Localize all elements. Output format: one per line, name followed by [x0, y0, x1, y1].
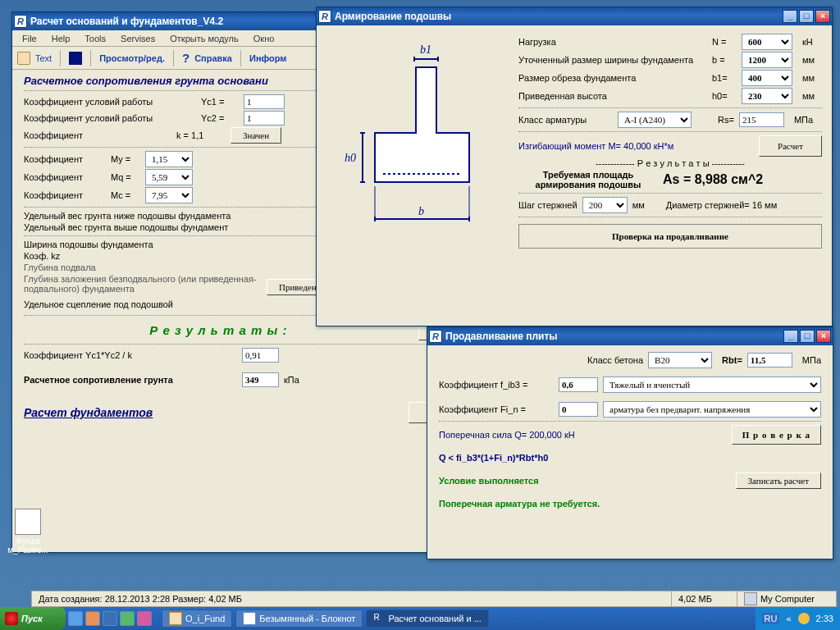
foundation-calc-link[interactable]: Расчет фундаментов	[24, 406, 153, 419]
R-label: Расчетное сопротивление грунта	[24, 375, 237, 385]
b-input[interactable]: 1200	[742, 52, 792, 68]
rs-input[interactable]	[739, 112, 784, 127]
task-calc[interactable]: RРасчет оснований и ...	[366, 609, 488, 628]
arm-title: Армирование подошвы	[335, 11, 781, 22]
mc-sym: Mc =	[111, 190, 140, 200]
task-notepad[interactable]: Безымянный - Блокнот	[235, 609, 363, 628]
text-link[interactable]: Text	[35, 53, 52, 63]
k-sym: k = 1,1	[176, 130, 226, 140]
maximize-button[interactable]: □	[799, 10, 814, 23]
status-mycomputer: My Computer	[760, 594, 815, 604]
fin-input[interactable]	[559, 402, 598, 417]
k-values-button[interactable]: Значен	[231, 127, 281, 144]
yc1-input[interactable]	[244, 94, 285, 109]
start-label: Пуск	[21, 614, 43, 623]
language-indicator[interactable]: RU	[762, 613, 780, 624]
moment-label: Изгибающий момент M= 40,000 кН*м	[518, 141, 754, 151]
fib3-label: Коэффициент f_ib3 =	[439, 380, 554, 390]
app-icon: R	[14, 15, 27, 28]
mc-select[interactable]: 7,95	[145, 187, 193, 203]
close-button[interactable]: ×	[816, 330, 831, 343]
info-link[interactable]: Информ	[249, 53, 286, 63]
R-output	[242, 372, 279, 387]
check-button[interactable]: П р о в е р к а	[732, 425, 821, 445]
maximize-button[interactable]: □	[800, 330, 815, 343]
desktop-icon-label[interactable]: Фунда м_Разме...	[3, 509, 52, 555]
fib3-select[interactable]: Тяжелый и ячеистый	[603, 377, 821, 393]
tray-icon[interactable]: «	[786, 614, 791, 623]
minimize-button[interactable]: _	[783, 10, 797, 23]
b1-input[interactable]: 400	[742, 70, 792, 86]
close-button[interactable]: ×	[815, 10, 830, 23]
preview-link[interactable]: Просмотр/ред.	[99, 53, 165, 63]
concrete-class-select[interactable]: B20	[648, 352, 712, 368]
fin-select[interactable]: арматура без предварит. напряжения	[603, 401, 821, 418]
b1-sym: b1=	[712, 73, 737, 83]
menu-help[interactable]: Help	[45, 32, 77, 45]
load-sym: N =	[712, 37, 737, 47]
b-label: Уточненный размер ширины фундамента	[518, 55, 707, 65]
kz-label: Коэф. kz	[24, 251, 60, 261]
h0-sym: h0=	[712, 91, 737, 101]
menu-tools[interactable]: Tools	[78, 32, 112, 45]
concrete-class-label: Класс бетона	[439, 355, 643, 365]
rebar-class-select[interactable]: A-I (A240)	[618, 112, 692, 128]
menu-window[interactable]: Окно	[247, 32, 281, 45]
start-button[interactable]: Пуск	[0, 607, 66, 630]
tray-volume-icon[interactable]	[798, 613, 810, 624]
quicklaunch-icon[interactable]	[120, 611, 135, 626]
punch-titlebar[interactable]: R Продавливание плиты _ □ ×	[427, 327, 833, 345]
step-select[interactable]: 200	[582, 197, 628, 213]
clock[interactable]: 2:33	[816, 614, 833, 623]
as-value: As = 8,988 см^2	[663, 172, 763, 187]
folder-icon	[169, 612, 182, 625]
yc12k-label: Коэффициент Yc1*Yc2 / k	[24, 350, 237, 360]
rbt-unit: МПа	[802, 355, 821, 365]
task-ofund[interactable]: O_i_Fund	[162, 609, 232, 628]
rs-unit: МПа	[794, 115, 813, 125]
quicklaunch-icon[interactable]	[85, 611, 100, 626]
arm-calc-button[interactable]: Расчет	[759, 135, 822, 157]
help-link[interactable]: Справка	[194, 53, 232, 63]
quicklaunch-icon[interactable]	[103, 611, 117, 626]
menu-file[interactable]: File	[16, 32, 43, 45]
formula-label: Q < fi_b3*(1+Fi_n)*Rbt*h0	[439, 453, 821, 463]
b1-label: Размер обреза фундамента	[518, 73, 707, 83]
rs-sym: Rs=	[718, 115, 734, 125]
quicklaunch-icon[interactable]	[68, 611, 83, 626]
depth-label: Глубина заложения безподвального (или пр…	[24, 274, 262, 294]
k-label: Коэффициент	[24, 130, 171, 140]
mc-label: Коэффициент	[24, 190, 106, 200]
open-icon[interactable]	[17, 52, 30, 65]
load-unit: кН	[802, 37, 813, 47]
explorer-statusbar: Дата создания: 28.12.2013 2:28 Размер: 4…	[31, 591, 837, 607]
fin-label: Коэффициент Fi_n =	[439, 404, 554, 414]
menu-open-module[interactable]: Открыть модуль	[163, 32, 245, 45]
no-reinforcement-label: Поперечная арматура не требуется.	[439, 499, 821, 509]
step-label: Шаг стержней	[518, 200, 578, 210]
load-input[interactable]: 600	[742, 34, 792, 50]
taskbar: Пуск O_i_Fund Безымянный - Блокнот RРасч…	[0, 607, 840, 630]
quicklaunch-icon[interactable]	[137, 611, 152, 626]
req-area-label1: Требуемая площадь	[518, 170, 658, 180]
save-calc-button[interactable]: Записать расчет	[736, 472, 821, 489]
my-select[interactable]: 1,15	[145, 151, 193, 167]
mq-select[interactable]: 5,59	[145, 169, 193, 185]
basement-depth-label: Глубина подвала	[24, 262, 96, 272]
arm-titlebar[interactable]: R Армирование подошвы _ □ ×	[317, 7, 832, 25]
help-qmark-icon[interactable]: ?	[182, 51, 189, 65]
fib3-input[interactable]	[559, 377, 598, 392]
save-icon[interactable]	[69, 52, 82, 65]
menu-servises[interactable]: Servises	[114, 32, 162, 45]
system-tray: RU « 2:33	[756, 607, 840, 630]
b-sym: b =	[712, 55, 737, 65]
rbt-input[interactable]	[747, 353, 792, 368]
status-created: Дата создания: 28.12.2013 2:28 Размер: 4…	[32, 591, 672, 606]
minimize-button[interactable]: _	[783, 330, 798, 343]
h0-input[interactable]: 230	[742, 88, 792, 104]
punching-check-button[interactable]: Проверка на продавливание	[518, 224, 822, 249]
yc2-input[interactable]	[244, 111, 285, 126]
reinforcement-window: R Армирование подошвы _ □ × b1 h0 b	[316, 7, 833, 326]
Q-label: Поперечная сила Q= 200,000 кН	[439, 430, 727, 440]
h0-label: Приведенная высота	[518, 91, 707, 101]
